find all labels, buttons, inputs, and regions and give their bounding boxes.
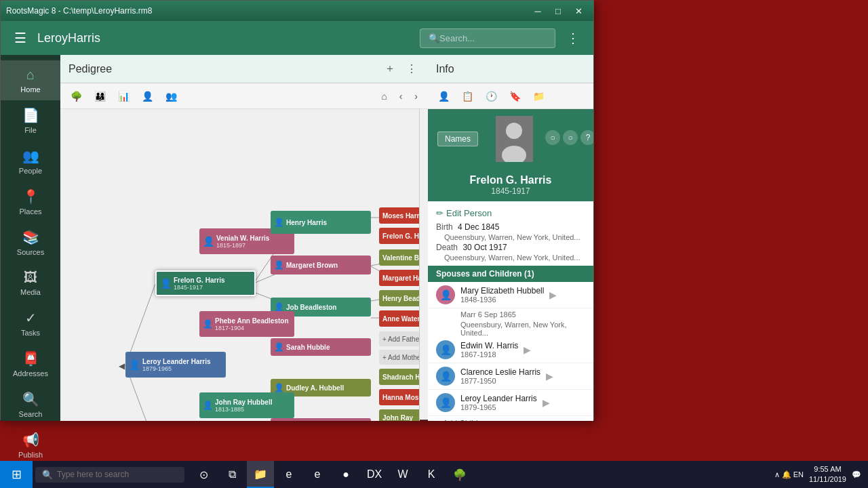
add-father-button[interactable]: + Add Father: [379, 331, 420, 346]
info-content: Names: [428, 109, 593, 421]
info-person-button[interactable]: 👤: [433, 88, 454, 104]
taskbar-task-view-button[interactable]: ⧉: [218, 461, 245, 488]
sidebar-item-publish[interactable]: 📢 Publish: [1, 425, 60, 466]
hamburger-menu[interactable]: ☰: [12, 27, 29, 49]
pedigree-person-henry[interactable]: 👤 Henry Harris: [271, 211, 371, 234]
pedigree-person-margaret-b[interactable]: 👤 Margaret Brown: [271, 256, 371, 274]
taskbar-app6-button[interactable]: K: [418, 461, 445, 488]
more-options-button[interactable]: ⋮: [564, 27, 583, 49]
pedigree-person-anne[interactable]: Anne Waters: [379, 310, 420, 327]
child-avatar-1: 👤: [436, 367, 455, 386]
pedigree-toolbar: 🌳 👨‍👩‍👦 📊 👤 👥 ⌂ ‹ ›: [60, 83, 428, 109]
sidebar-label-publish: Publish: [18, 451, 43, 459]
start-button[interactable]: ⊞: [0, 461, 33, 488]
pedigree-person-john-r[interactable]: John Ray: [379, 409, 420, 421]
child-details-1: Clarence Leslie Harris 1877-1950: [460, 367, 540, 385]
prev-person-arrow[interactable]: ◀: [119, 361, 125, 371]
sidebar-item-media[interactable]: 🖼 Media: [1, 263, 60, 303]
pedigree-person-hanna[interactable]: Hanna Mosier: [379, 389, 420, 405]
pedigree-panel: Pedigree ＋ ⋮ 🌳 👨‍👩‍👦 📊 👤 👥 ⌂: [60, 55, 428, 421]
title-bar: RootsMagic 8 - C:\temp\LeroyHarris.rm8 ─…: [1, 1, 593, 21]
taskbar-ie-button[interactable]: e: [304, 461, 331, 488]
taskbar-roots-button[interactable]: 🌳: [446, 461, 473, 488]
group-view-button[interactable]: 👥: [161, 88, 182, 104]
child-avatar-2: 👤: [436, 393, 455, 412]
pedigree-view-button[interactable]: 🌳: [66, 88, 87, 104]
sidebar-item-tasks[interactable]: ✓ Tasks: [1, 303, 60, 344]
spouse-avatar: 👤: [436, 285, 455, 304]
add-child-link[interactable]: + Add Child: [428, 416, 593, 421]
family-view-button[interactable]: 👨‍👩‍👦: [90, 88, 111, 104]
child-item-1[interactable]: 👤 Clarence Leslie Harris 1877-1950 ▶: [428, 363, 593, 390]
child-item-0[interactable]: 👤 Edwin W. Harris 1867-1918 ▶: [428, 337, 593, 363]
close-button[interactable]: ✕: [569, 3, 588, 18]
edit-person-link[interactable]: ✏ Edit Person: [436, 205, 585, 221]
sidebar-item-addresses[interactable]: 📮 Addresses: [1, 344, 60, 384]
taskbar-icons: ⊙ ⧉ 📁 e e ● DX W K 🌳: [190, 461, 473, 488]
pedigree-person-leroy[interactable]: 👤 Leroy Leander Harris 1879-1965: [125, 352, 226, 378]
info-events-button[interactable]: 📋: [457, 88, 478, 104]
info-bookmark-button[interactable]: 🔖: [505, 88, 526, 104]
status-icon-1[interactable]: ○: [545, 130, 560, 145]
info-folder-button[interactable]: 📁: [528, 88, 549, 104]
taskbar-word-button[interactable]: W: [389, 461, 416, 488]
pedigree-title: Pedigree: [68, 63, 382, 75]
spouses-section-header: Spouses and Children (1): [428, 266, 593, 282]
taskbar-notification-button[interactable]: 💬: [852, 470, 861, 479]
sidebar-label-sources: Sources: [17, 248, 44, 256]
sidebar-item-places[interactable]: 📍 Places: [1, 182, 60, 222]
header-search-box[interactable]: 🔍: [420, 28, 555, 48]
taskbar-edge-button[interactable]: e: [275, 461, 302, 488]
pedigree-person-henry-bead[interactable]: Henry Beadleston: [379, 290, 420, 306]
pedigree-person-valentine[interactable]: Valentine Brown: [379, 249, 420, 266]
sidebar-label-tasks: Tasks: [21, 329, 40, 337]
pedigree-header: Pedigree ＋ ⋮: [60, 55, 428, 83]
pedigree-person-margaret-h[interactable]: Margaret Haight: [379, 270, 420, 286]
header-search-input[interactable]: [439, 33, 548, 43]
pedigree-person-frelon[interactable]: 👤 Frelon G. Harris 1845-1917: [155, 270, 256, 296]
svg-point-11: [506, 123, 522, 139]
pedigree-person-shadrach[interactable]: Shadrach Hubbell: [379, 369, 420, 385]
spouse-item[interactable]: 👤 Mary Elizabeth Hubbell 1848-1936 ▶: [428, 282, 593, 308]
sidebar-item-search[interactable]: 🔍 Search: [1, 384, 60, 425]
taskbar-explorer-button[interactable]: 📁: [247, 461, 274, 488]
child-arrow-1: ▶: [546, 371, 553, 382]
home-nav-button[interactable]: ⌂: [376, 88, 391, 104]
help-icon[interactable]: ?: [580, 130, 593, 145]
descendants-view-button[interactable]: 📊: [113, 88, 134, 104]
spouse-arrow: ▶: [549, 289, 557, 300]
pedigree-person-lavina[interactable]: 👤 Lavina Ray: [271, 418, 371, 421]
pedigree-person-grace[interactable]: Frelon G. Harris: [379, 228, 420, 244]
marriage-place: Queensbury, Warren, New York, United...: [428, 321, 593, 337]
prev-button[interactable]: ‹: [395, 88, 408, 104]
minimize-button[interactable]: ─: [528, 3, 547, 18]
person-photo: [496, 116, 533, 162]
taskbar-dx-button[interactable]: DX: [361, 461, 388, 488]
pedigree-person-john-ray[interactable]: 👤 John Ray Hubbell 1813-1885: [199, 392, 294, 418]
info-toolbar: 👤 📋 🕐 🔖 📁: [428, 83, 593, 109]
sidebar-item-sources[interactable]: 📚 Sources: [1, 222, 60, 263]
pedigree-person-sarah[interactable]: 👤 Sarah Hubble: [271, 338, 371, 356]
person-name-bar: Frelon G. Harris 1845-1917: [428, 169, 593, 201]
taskbar-cortana-button[interactable]: ⊙: [190, 461, 217, 488]
app-name: LeroyHarris: [37, 31, 412, 45]
names-button[interactable]: Names: [437, 131, 478, 146]
person-view-button[interactable]: 👤: [137, 88, 158, 104]
sidebar-item-home[interactable]: ⌂ Home: [1, 60, 60, 100]
publish-icon: 📢: [22, 432, 39, 448]
child-item-2[interactable]: 👤 Leroy Leander Harris 1879-1965 ▶: [428, 390, 593, 416]
more-button[interactable]: ⋮: [403, 60, 420, 78]
pedigree-person-phebe[interactable]: 👤 Phebe Ann Beadleston 1817-1904: [199, 311, 294, 337]
info-clock-button[interactable]: 🕐: [481, 88, 502, 104]
maximize-button[interactable]: □: [549, 3, 568, 18]
add-person-button[interactable]: ＋: [382, 59, 398, 79]
taskbar-chrome-button[interactable]: ●: [332, 461, 359, 488]
status-icon-2[interactable]: ○: [563, 130, 578, 145]
next-button[interactable]: ›: [410, 88, 422, 104]
sidebar-item-file[interactable]: 📄 File: [1, 100, 60, 141]
taskbar-search-box[interactable]: 🔍: [35, 467, 184, 483]
taskbar-search-input[interactable]: [57, 470, 165, 479]
add-mother-button[interactable]: + Add Mother: [379, 350, 420, 365]
pedigree-person-moses[interactable]: Moses Harris Jr.: [379, 207, 420, 224]
sidebar-item-people[interactable]: 👥 People: [1, 141, 60, 182]
